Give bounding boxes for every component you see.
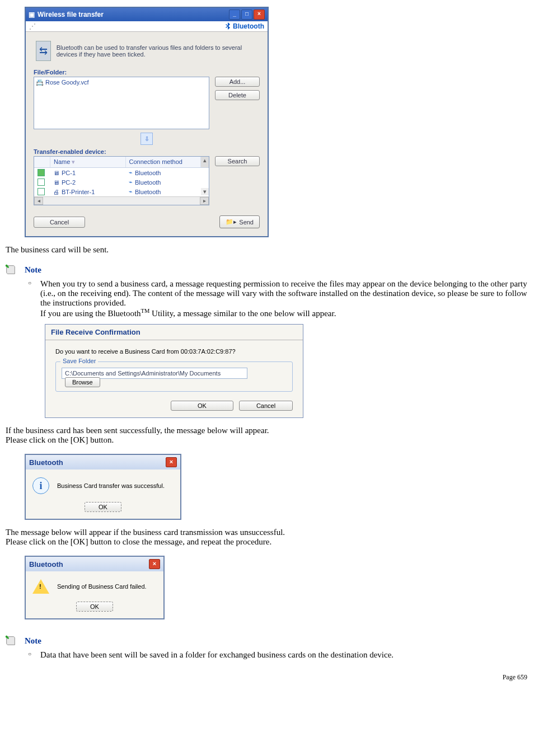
delete-button[interactable]: Delete	[215, 90, 260, 100]
msgbox-text: Sending of Business Card failed.	[57, 583, 147, 590]
svg-point-0	[6, 265, 8, 267]
cancel-button[interactable]: Cancel	[34, 217, 85, 228]
msgbox-title: Bluetooth	[29, 560, 63, 569]
table-row[interactable]: 🖥PC-2 ⌁Bluetooth	[34, 177, 209, 187]
checkbox[interactable]	[38, 188, 45, 195]
intro-text: Bluetooth can be used to transfer variou…	[57, 44, 257, 58]
success-message-box: Bluetooth × i Business Card transfer was…	[25, 454, 181, 520]
note-label: Note	[25, 265, 41, 275]
note-item: Data that have been sent will be saved i…	[32, 650, 530, 660]
browse-button[interactable]: Browse	[65, 377, 100, 387]
brand-bar: ⋰ Bluetooth	[26, 21, 268, 32]
file-receive-confirmation-dialog: File Receive Confirmation Do you want to…	[45, 324, 303, 418]
device-table: Name ▾ Connection method ▴ 🖥PC-1 ⌁Blueto…	[34, 156, 209, 205]
titlebar: ▣ Wireless file transfer _ □ ×	[26, 8, 268, 21]
app-icon: ▣	[29, 11, 35, 18]
save-folder-legend: Save Folder	[60, 358, 98, 364]
close-button[interactable]: ×	[149, 559, 160, 569]
horizontal-scrollbar[interactable]: ◂ ▸	[34, 196, 209, 205]
printer-icon: 🖨	[53, 189, 59, 195]
body-text: The business card will be sent.	[6, 245, 528, 255]
pc-icon: 🖥	[53, 179, 59, 186]
ok-button[interactable]: OK	[85, 502, 121, 512]
ok-button[interactable]: OK	[76, 602, 113, 612]
add-button[interactable]: Add...	[215, 77, 260, 87]
cancel-button[interactable]: Cancel	[239, 401, 293, 411]
pc-icon: 🖥	[53, 170, 59, 176]
maximize-button[interactable]: □	[241, 10, 252, 20]
info-icon: i	[32, 477, 49, 494]
table-row[interactable]: 🖨BT-Printer-1 ⌁Bluetooth ▾	[34, 187, 209, 196]
close-button[interactable]: ×	[166, 457, 177, 467]
ok-button[interactable]: OK	[171, 401, 233, 411]
scroll-right-icon[interactable]: ▸	[200, 197, 209, 205]
wireless-file-transfer-window: ▣ Wireless file transfer _ □ × ⋰ Bluetoo…	[25, 7, 269, 237]
device-label: Transfer-enabled device:	[34, 148, 260, 155]
checkbox[interactable]	[38, 169, 45, 176]
bluetooth-icon: ⌁	[129, 179, 133, 186]
body-text: The message below will appear if the bus…	[6, 528, 528, 547]
svg-point-1	[6, 636, 8, 638]
failure-message-box: Bluetooth × Sending of Business Card fai…	[25, 556, 165, 619]
note-icon	[4, 635, 17, 647]
note-icon	[4, 264, 17, 276]
bluetooth-brand: Bluetooth	[224, 22, 264, 30]
send-icon: 📁▸	[226, 218, 237, 226]
file-list[interactable]: 📇 Rose Goody.vcf	[34, 77, 209, 129]
msgbox-text: Business Card transfer was successful.	[57, 482, 165, 489]
bluetooth-icon: ⌁	[129, 188, 133, 195]
col-name-header[interactable]: Name	[54, 158, 70, 165]
arrow-down-icon: ⇩	[140, 133, 153, 145]
scroll-up-icon[interactable]: ▴	[201, 157, 209, 167]
msgbox-title: Bluetooth	[29, 458, 63, 467]
search-button[interactable]: Search	[215, 156, 260, 166]
bluetooth-icon: ⌁	[129, 169, 133, 176]
send-button[interactable]: 📁▸ Send	[219, 215, 260, 228]
minimize-button[interactable]: _	[229, 10, 240, 20]
dialog-title: File Receive Confirmation	[45, 325, 303, 340]
note-item: When you try to send a business card, a …	[32, 279, 530, 318]
transfer-icon: ⇆	[36, 41, 51, 61]
file-folder-label: File/Folder:	[34, 69, 260, 76]
vcard-icon: 📇	[36, 79, 44, 86]
window-title: Wireless file transfer	[38, 11, 104, 18]
table-row[interactable]: 🖥PC-1 ⌁Bluetooth	[34, 168, 209, 177]
scroll-down-icon[interactable]: ▾	[201, 188, 209, 195]
col-conn-header[interactable]: Connection method	[126, 157, 202, 167]
confirmation-question: Do you want to receive a Business Card f…	[55, 348, 293, 355]
bluetooth-icon	[224, 22, 231, 30]
note-label: Note	[25, 636, 41, 646]
file-item[interactable]: 📇 Rose Goody.vcf	[36, 79, 207, 86]
close-button[interactable]: ×	[254, 10, 265, 20]
scroll-left-icon[interactable]: ◂	[34, 197, 43, 205]
checkbox[interactable]	[38, 179, 45, 186]
warning-icon	[32, 579, 49, 594]
page-number: Page 659	[4, 673, 530, 682]
body-text: If the business card has been sent succe…	[6, 426, 528, 445]
